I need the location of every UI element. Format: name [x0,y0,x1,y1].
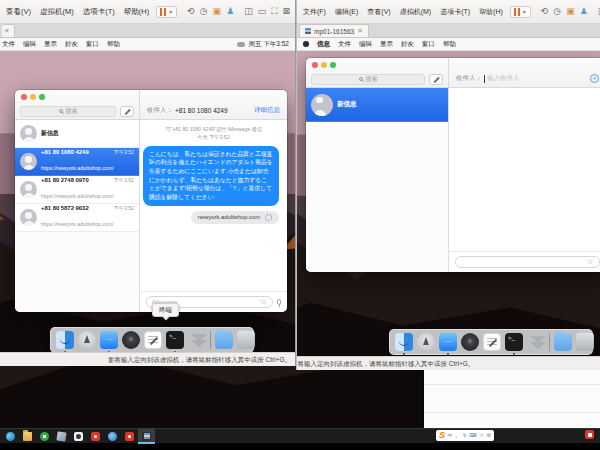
dock-textedit-icon[interactable] [144,331,162,349]
suspend-button[interactable]: ▼ [156,6,177,18]
tray-red-icon[interactable] [585,430,594,439]
dock-downloads-stack-icon[interactable] [527,333,545,351]
messages-titlebar[interactable]: 搜索 收件人： +81 80 1080 4249 详细信息 [15,90,287,120]
show-library-icon[interactable]: ◫ [244,7,253,16]
conversation-row-selected[interactable]: 新信息 [306,88,448,122]
taskbar-red-app-button[interactable] [87,429,104,444]
microphone-icon[interactable] [277,299,281,305]
snapshot-camera-icon[interactable]: ▣ [213,7,222,16]
details-button[interactable]: 详细信息 [254,106,280,115]
menu-vm[interactable]: 虚拟机(M) [38,6,76,18]
taskbar-red-app-2-button[interactable] [121,429,138,444]
ctrl-alt-del-icon[interactable]: ⟲ [541,7,549,16]
dock-settings-knob-icon[interactable] [461,333,479,351]
link-preview-bubble[interactable]: newyork.adultishop.com [191,211,279,224]
close-icon[interactable]: ✕ [357,27,362,35]
close-button[interactable] [312,62,318,68]
menu-help[interactable]: 帮助(H) [477,6,505,18]
snapshot-clock-icon[interactable]: ◷ [200,7,208,16]
menubar-item-edit[interactable]: 编辑 [23,40,36,49]
conversation-row-selected[interactable]: +81 80 1080 4249下午3:52 https://newyork.a… [15,148,139,176]
background-window[interactable] [424,363,600,428]
menubar-item-file[interactable]: 文件 [338,40,351,49]
menubar-item-view[interactable]: 显示 [380,40,393,49]
suspend-button[interactable]: ▼ [510,6,531,18]
vm-tab[interactable]: mp01-161563 ✕ [299,24,369,37]
taskbar-file-explorer-button[interactable] [19,429,36,444]
menubar-item-view[interactable]: 显示 [44,40,57,49]
apple-menu-icon[interactable] [303,41,309,47]
menu-vm[interactable]: 虚拟机(M) [398,6,434,18]
sogou-input-toolbar[interactable]: S 中 。 ↯ ⌨ ☺ ⚙ [436,430,494,441]
dock-settings-knob-icon[interactable] [122,331,140,349]
menubar-item-help[interactable]: 帮助 [107,40,120,49]
dock-launchpad-icon[interactable] [417,333,435,351]
ctrl-alt-del-icon[interactable]: ⟲ [187,7,195,16]
compose-button[interactable] [429,74,443,85]
dock-folder-icon[interactable] [215,331,233,349]
menu-view[interactable]: 查看(V) [4,6,33,18]
taskbar-apple-app-button[interactable] [70,429,87,444]
taskbar-edge-button[interactable] [2,429,19,444]
menubar-item-window[interactable]: 窗口 [86,40,99,49]
menu-view[interactable]: 查看(V) [365,6,392,18]
sogou-punct-icon[interactable]: 。 [455,433,460,438]
dock-trash-icon[interactable] [237,331,255,349]
taskbar-vmware-button[interactable] [138,429,155,444]
sogou-settings-icon[interactable]: ⚙ [487,433,491,438]
sogou-logo-icon[interactable]: S [439,431,445,440]
menubar-item-buddies[interactable]: 好友 [401,40,414,49]
dock-finder-icon[interactable] [56,331,74,349]
snapshot-clock-icon[interactable]: ◷ [553,7,561,16]
taskbar-blue-app-button[interactable] [104,429,121,444]
taskbar-green-app-button[interactable] [36,429,53,444]
menubar-status-icon[interactable] [237,42,245,47]
message-input[interactable]: ☺ [455,256,600,268]
sogou-mic-icon[interactable]: ↯ [462,433,466,438]
search-input[interactable]: 搜索 [20,106,116,117]
conversation-row[interactable]: +81 80 2748 0970下午3:52 https://newyork.a… [15,176,139,204]
dock-messages-icon[interactable]: … [100,331,118,349]
taskbar-gray-app-button[interactable] [53,429,70,444]
dock-folder-icon[interactable] [554,333,572,351]
minimize-button[interactable] [321,62,327,68]
dock-textedit-icon[interactable] [483,333,501,351]
close-button[interactable] [21,94,27,100]
menubar-item-buddies[interactable]: 好友 [65,40,78,49]
sogou-mode-icon[interactable]: 中 [447,433,452,438]
fullscreen-icon[interactable]: ⛶ [271,7,277,16]
zoom-button[interactable] [39,94,45,100]
recipient-placeholder[interactable]: 输入收件人 [487,74,520,83]
dock-terminal-icon[interactable] [505,333,523,351]
vm-tab-partial[interactable]: ✕ [2,24,15,37]
menubar-item-messages[interactable]: 信息 [317,40,330,49]
add-recipient-button[interactable]: + [590,74,599,83]
dock-downloads-stack-icon[interactable] [188,331,206,349]
menubar-item-window[interactable]: 窗口 [422,40,435,49]
menu-tabs[interactable]: 选项卡(T) [438,6,472,18]
dock-terminal-icon[interactable] [166,331,184,349]
snapshot-camera-icon[interactable]: ▣ [566,7,575,16]
console-view-icon[interactable]: ▭ [258,7,267,16]
emoji-icon[interactable]: ☺ [586,258,594,266]
messages-titlebar[interactable]: 搜索 收件人： 输入收件人 + [306,58,600,88]
sogou-emoji-icon[interactable]: ☺ [479,433,484,438]
snapshot-manager-icon[interactable]: ♟ [226,7,234,16]
sent-message-bubble[interactable]: こんにちは、私たちは保証された品質と工場直販の利点を備えたハイエンドのアダルト製… [143,146,279,206]
menu-help[interactable]: 帮助(H) [122,6,151,18]
unity-icon[interactable]: ⊠ [283,7,291,16]
menu-file[interactable]: 文件(F) [301,6,328,18]
zoom-button[interactable] [330,62,336,68]
menubar-item-help[interactable]: 帮助 [443,40,456,49]
dock-launchpad-icon[interactable] [78,331,96,349]
menubar-item-file[interactable]: 文件 [2,40,15,49]
close-icon[interactable]: ✕ [4,27,9,35]
menu-edit[interactable]: 编辑(E) [333,6,360,18]
menubar-clock[interactable]: 周五 下午3:52 [249,40,289,49]
recipient-value[interactable]: +81 80 1080 4249 [175,107,228,114]
dock-trash-icon[interactable] [576,333,594,351]
minimize-button[interactable] [30,94,36,100]
emoji-icon[interactable]: ☺ [259,298,267,306]
dock-messages-icon[interactable]: … [439,333,457,351]
compose-button[interactable] [120,106,134,117]
